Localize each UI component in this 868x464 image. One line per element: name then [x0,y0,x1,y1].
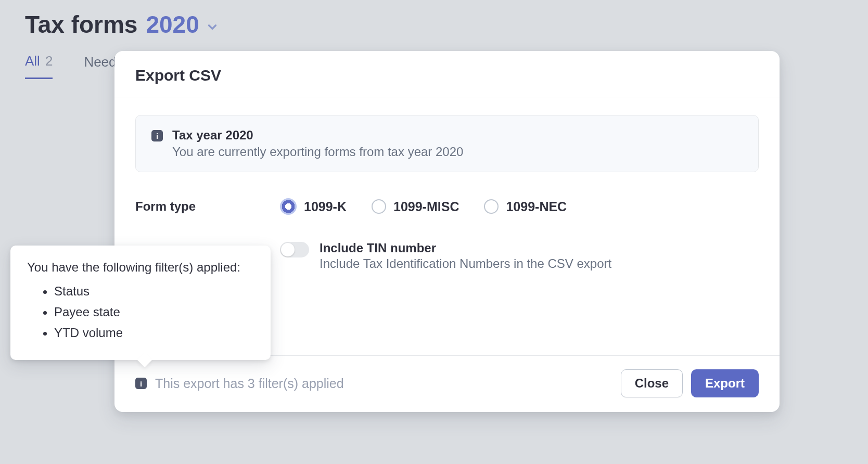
radio-icon [280,198,297,215]
close-button[interactable]: Close [621,369,683,397]
filters-tooltip: You have the following filter(s) applied… [10,246,271,360]
toggle-title: Include TIN number [320,241,611,255]
radio-icon [372,199,386,214]
include-tin-toggle[interactable] [280,242,309,257]
modal-title: Export CSV [135,67,759,84]
filters-applied-text: This export has 3 filter(s) applied [155,376,344,391]
form-type-row: Form type 1099-K 1099-MISC 1099-NEC [135,198,759,215]
modal-footer: i This export has 3 filter(s) applied Cl… [114,355,780,412]
tooltip-filter-item: YTD volume [54,326,254,340]
tooltip-filter-item: Payee state [54,305,254,319]
radio-1099-k[interactable]: 1099-K [280,198,347,215]
radio-label: 1099-MISC [393,199,459,214]
info-icon: i [151,130,163,141]
radio-label: 1099-K [304,199,347,214]
tooltip-filter-item: Status [54,284,254,299]
info-desc: You are currently exporting forms from t… [172,145,463,159]
info-title: Tax year 2020 [172,128,463,143]
tooltip-title: You have the following filter(s) applied… [27,260,254,275]
export-button[interactable]: Export [691,369,759,397]
radio-1099-nec[interactable]: 1099-NEC [484,199,567,214]
tax-year-info-box: i Tax year 2020 You are currently export… [135,115,759,172]
radio-label: 1099-NEC [506,199,567,214]
radio-icon [484,199,499,214]
radio-1099-misc[interactable]: 1099-MISC [372,199,459,214]
info-icon: i [135,378,147,389]
toggle-knob [281,243,295,256]
toggle-desc: Include Tax Identification Numbers in th… [320,256,611,271]
modal-header: Export CSV [114,51,780,97]
form-type-label: Form type [135,198,280,214]
